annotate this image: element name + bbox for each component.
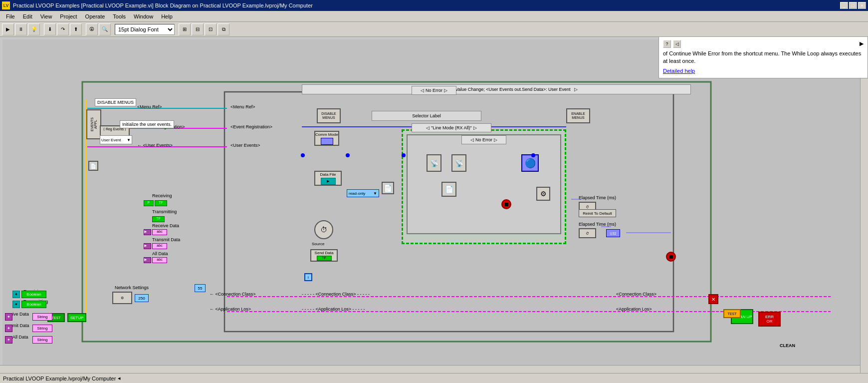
detailed-help-link[interactable]: Detailed help [663,68,695,74]
transmit-data-abc: abc [152,243,167,249]
label-network-settings: Network Settings [115,285,149,290]
breakpoint-button[interactable]: ⦿ [86,23,98,35]
transmitting-bool-ctrl[interactable]: Boolean [21,301,46,308]
enable-menus-block: ENABLEMENUS [566,108,590,123]
close-button[interactable]: × [858,2,866,9]
distribute-button[interactable]: ⊟ [192,23,204,35]
receive-data-string-ctrl[interactable]: String [32,313,52,321]
transmit-data-ctrl-icon: ✦ [5,325,12,332]
line-mode-selector[interactable]: ◁"Line Mode (RX All)"▷ [412,123,491,132]
no-error-selector-top[interactable]: ◁No Error▷ [412,86,456,95]
app-events-block: APPLEVENTS [86,109,101,139]
all-data-string-ctrl[interactable]: String [32,336,52,344]
error-out-block: ERROR [758,312,781,327]
horizontal-scrollbar[interactable] [0,365,860,373]
data-file-block: Data File ▶ [314,171,342,186]
label-all-data-left: All Data [12,335,28,340]
transmitting-tf-block: TF [152,216,165,222]
wire-label-menu-ref-left: <Menu Ref> [137,104,162,109]
run-button[interactable]: ▶ [2,23,14,35]
source-block: ⏱ [314,220,333,239]
menu-file[interactable]: File [2,12,19,20]
label-init-menus: DISABLE MENUS [95,98,136,106]
label-transmitting: Transmitting [152,209,177,214]
receiving-bool-indicator: F [144,200,154,206]
gray-inner-frame [407,134,561,234]
transform-block: ⚙ [536,187,550,201]
no-error-selector-inner[interactable]: ◁No Error▷ [461,135,506,144]
const-250: 250 [135,294,149,302]
menu-project[interactable]: Project [56,12,81,20]
write-block: 📄 [441,182,456,197]
abort-button[interactable]: ⏸ [15,23,27,35]
highlight-button[interactable]: 💡 [28,23,40,35]
help-close-button[interactable]: ▶ [860,40,864,47]
wire-label-app-los-mid: - - - - - <Application Los> - - - - - [302,307,365,312]
clean-label: CLEAN [780,343,795,348]
help-back-icon: ◁ [673,40,681,48]
reorder-button[interactable]: ⧉ [217,23,229,35]
minimize-button[interactable]: _ [840,2,848,9]
step-out-button[interactable]: ⬆ [70,23,82,35]
wire-label-conn-class-left: ← <Connection Class> [210,292,256,297]
main-area: ? ◁ ▶ of Continue While Error from the s… [0,37,868,383]
title-bar: LV Practical LVOOP Examples [Practical L… [0,0,868,11]
reinit-default-block: Reinit To Default [579,209,616,217]
help-text: of Continue While Error from the shortcu… [663,50,864,65]
elapsed-time-label-1: Elapsed Time (ms) [579,195,616,200]
const-55: 55 [195,284,206,292]
app-icon: LV [2,1,10,9]
block-diagram-canvas[interactable]: DISABLE MENUS APPLEVENTS Initialize the … [0,37,868,383]
menu-window[interactable]: Window [130,12,157,20]
user-event-dropdown[interactable]: User Event▼ [100,135,132,144]
receive-data-arrow: ▶ [144,229,151,235]
menu-tools[interactable]: Tools [109,12,130,20]
comm-mode-block: Comm Mode [314,131,339,146]
stop-button-inner[interactable]: ⏹ [501,199,511,209]
label-init-user-events: Initialize the user events. [120,120,174,128]
doc-block-left: 📄 [88,161,98,171]
menu-view[interactable]: View [36,12,56,20]
step-into-button[interactable]: ⬇ [44,23,56,35]
menu-help[interactable]: Help [157,12,177,20]
read-only-const: read-only▼ [347,189,379,197]
receive-data-ctrl-icon: ✦ [5,313,12,321]
selector-label: Selector Label [372,111,481,121]
receiving-bool-ctrl[interactable]: Boolean [21,291,46,298]
label-transmit-data-left: mit Data [12,323,29,328]
menu-operate[interactable]: Operate [81,12,109,20]
stop-button-outer[interactable]: ⏹ [666,252,676,262]
font-selector[interactable]: 15pt Dialog Font [115,24,175,35]
menu-bar: File Edit View Project Operate Tools Win… [0,11,868,22]
transmit-data-arrow: ▶ [144,243,151,249]
maximize-button[interactable]: □ [849,2,857,9]
antenna-block-1: 📡 [427,154,441,172]
network-settings-block: ⚙ [112,292,132,304]
align-button[interactable]: ⊞ [179,23,191,35]
status-path: Practical LVOOP Example.lvproj/My Comput… [3,376,116,382]
wire-label-menu-ref-right: <Menu Ref> [230,104,255,109]
wire-label-conn-class-mid: - - - - - <Connection Class> - - - - - [302,292,370,297]
junction-2 [346,153,350,157]
wire-label-user-events-right: <User Events> [230,143,260,148]
wire-label-event-reg-right: <Event Registration> [230,124,272,129]
label-receive-data: Receive Data [152,223,179,228]
elapsed-time-block-2: ⏱ [579,228,596,238]
disable-menus-block: DISABLEMENUS [317,108,341,123]
vertical-scrollbar[interactable] [860,37,868,373]
transmitting-ctrl-icon: ✦ [12,301,20,308]
window-title: Practical LVOOP Examples [Practical LVOO… [13,2,840,8]
menu-edit[interactable]: Edit [19,12,36,20]
junction-3 [402,153,406,157]
elapsed-time-label-2: Elapsed Time (ms) [579,222,616,227]
window-controls[interactable]: _ □ × [840,2,866,9]
resize-button[interactable]: ⊡ [205,23,217,35]
probe-button[interactable]: 🔍 [99,23,111,35]
receive-data-abc: abc [152,229,167,235]
wire-label-user-events-left: ← <User Events> [137,143,173,148]
x-mark-block: ✕ [708,294,718,304]
case-struct-top-bar: ◁ [1] "Send Data": Value Change; <User E… [302,84,691,94]
transmit-data-string-ctrl[interactable]: String [32,325,52,332]
step-over-button[interactable]: ↷ [57,23,69,35]
source-label: Source [312,242,324,246]
